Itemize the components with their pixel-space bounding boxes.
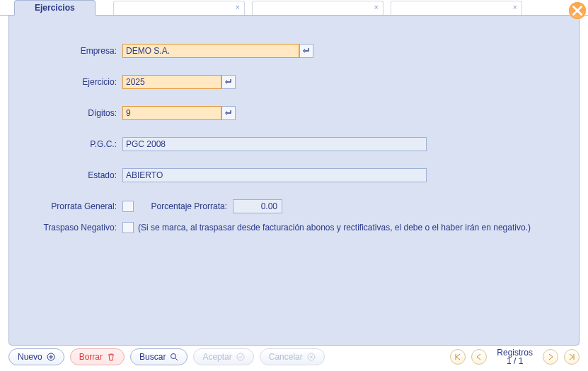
registros-count: 1 / 1 xyxy=(497,357,533,365)
traspaso-negativo-checkbox[interactable] xyxy=(122,222,134,233)
trash-icon xyxy=(107,353,115,361)
label-prorrata-general: Prorrata General: xyxy=(30,201,122,211)
lookup-ejercicio-button[interactable] xyxy=(221,75,236,89)
button-label: Borrar xyxy=(79,352,103,362)
first-record-button[interactable] xyxy=(450,349,466,365)
return-icon xyxy=(225,110,232,117)
last-record-button[interactable] xyxy=(564,349,580,365)
return-icon xyxy=(303,47,310,54)
borrar-button[interactable]: Borrar xyxy=(70,348,125,365)
prev-record-button[interactable] xyxy=(471,349,487,365)
ghost-tab-2[interactable]: × xyxy=(252,1,384,15)
cancelar-button[interactable]: Cancelar xyxy=(260,348,325,365)
chevron-right-icon xyxy=(547,353,554,360)
label-porcentaje-prorrata: Porcentaje Prorrata: xyxy=(134,201,233,211)
ghost-tab-1[interactable]: × xyxy=(113,1,245,15)
estado-field[interactable] xyxy=(122,168,427,182)
ejercicio-field[interactable] xyxy=(122,75,221,89)
label-ejercicio: Ejercicio: xyxy=(30,77,122,87)
nuevo-button[interactable]: Nuevo xyxy=(8,348,64,365)
label-estado: Estado: xyxy=(30,170,122,180)
label-empresa: Empresa: xyxy=(30,46,122,56)
last-page-icon xyxy=(568,353,575,360)
lookup-empresa-button[interactable] xyxy=(299,44,313,58)
next-record-button[interactable] xyxy=(543,349,558,365)
close-icon xyxy=(572,6,582,16)
record-counter: Registros 1 / 1 xyxy=(497,348,533,365)
return-icon xyxy=(225,78,232,86)
digitos-field[interactable] xyxy=(122,106,221,120)
close-button[interactable] xyxy=(569,2,586,19)
button-label: Cancelar xyxy=(269,352,303,362)
pgc-field[interactable] xyxy=(122,137,427,151)
chevron-left-icon xyxy=(475,353,483,360)
lookup-digitos-button[interactable] xyxy=(221,106,236,120)
close-icon[interactable]: × xyxy=(374,3,379,11)
porcentaje-prorrata-field[interactable] xyxy=(233,199,282,213)
close-icon[interactable]: × xyxy=(513,3,517,11)
button-label: Buscar xyxy=(139,352,166,362)
aceptar-button[interactable]: Aceptar xyxy=(193,348,253,365)
label-digitos: Dígitos: xyxy=(30,108,122,118)
empresa-field[interactable] xyxy=(122,44,299,58)
toolbar: Nuevo Borrar Buscar Aceptar Cancelar Reg… xyxy=(8,346,580,367)
tab-ejercicios[interactable]: Ejercicios xyxy=(14,0,96,16)
check-icon xyxy=(236,353,245,361)
button-label: Nuevo xyxy=(18,352,42,362)
ghost-tab-3[interactable]: × xyxy=(391,1,522,15)
tab-bar: × × × Ejercicios xyxy=(0,0,588,16)
helper-traspaso: (Si se marca, al traspasar desde factura… xyxy=(138,223,531,232)
plus-icon xyxy=(47,353,55,361)
tab-label: Ejercicios xyxy=(35,3,75,13)
button-label: Aceptar xyxy=(202,352,231,362)
search-icon xyxy=(170,353,178,361)
svg-point-2 xyxy=(237,353,244,360)
close-icon[interactable]: × xyxy=(236,3,240,11)
form-panel: Empresa: Ejercicio: Dígitos: P.G.C.: xyxy=(8,16,580,346)
label-traspaso-negativo: Traspaso Negativo: xyxy=(30,223,122,232)
label-pgc: P.G.C.: xyxy=(30,139,122,149)
svg-point-1 xyxy=(171,354,176,359)
cancel-icon xyxy=(307,353,316,361)
first-page-icon xyxy=(454,353,461,360)
prorrata-general-checkbox[interactable] xyxy=(122,201,134,212)
buscar-button[interactable]: Buscar xyxy=(130,348,188,365)
